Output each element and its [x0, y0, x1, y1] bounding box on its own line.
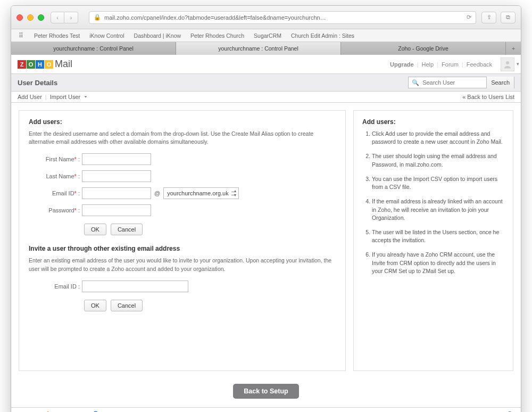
- invite-email-label: Email ID :: [29, 283, 82, 290]
- bookmarks-bar: ⠿ Peter Rhodes Test iKnow Control Dashbo…: [11, 29, 521, 42]
- top-links: Upgrade | Help | Forum | Feedback: [390, 57, 514, 71]
- password-field[interactable]: [82, 204, 151, 216]
- tabs-button[interactable]: ⧉: [501, 12, 516, 23]
- last-name-row: Last Name* :: [29, 170, 336, 182]
- email-row: Email ID* : @ yourchurchname.org.uk ▴▾: [29, 187, 336, 199]
- last-name-label: Last Name* :: [29, 173, 82, 179]
- search-icon: 🔍: [409, 79, 422, 86]
- svg-point-0: [506, 61, 509, 64]
- help-list: Click Add user to provide the email addr…: [372, 130, 504, 275]
- bookmark-item[interactable]: SugarCRM: [254, 32, 281, 39]
- reload-icon[interactable]: ⟳: [467, 14, 471, 21]
- tab-strip: yourchurchname : Control Panel yourchurc…: [11, 42, 521, 55]
- maximize-window-button[interactable]: [38, 14, 44, 21]
- password-row: Password* :: [29, 204, 336, 216]
- dropdown-icon: [84, 95, 87, 98]
- browser-tab[interactable]: yourchurchname : Control Panel: [11, 42, 176, 55]
- forum-link[interactable]: Forum: [442, 61, 459, 68]
- help-panel: Add users: Click Add user to provide the…: [353, 110, 513, 371]
- back-setup-wrap: Back to Setup: [11, 378, 521, 407]
- invite-email-row: Email ID :: [29, 281, 336, 292]
- help-link[interactable]: Help: [422, 61, 434, 68]
- invite-ok-button[interactable]: OK: [84, 300, 106, 311]
- main-area: Add users: Enter the desired username an…: [11, 103, 521, 378]
- help-item: Click Add user to provide the email addr…: [372, 130, 504, 146]
- add-user-link[interactable]: Add User: [18, 94, 42, 100]
- upgrade-link[interactable]: Upgrade: [390, 61, 414, 68]
- last-name-field[interactable]: [82, 170, 151, 182]
- help-item: The user should login using the email ad…: [372, 152, 504, 168]
- invite-buttons: OK Cancel: [84, 300, 336, 311]
- bookmark-item[interactable]: Dashboard | iKnow: [134, 32, 181, 39]
- actions-row: Add User | Import User Back to Users Lis…: [11, 92, 521, 103]
- back-to-users-link[interactable]: Back to Users List: [462, 94, 514, 100]
- chevron-updown-icon: ▴▾: [234, 189, 236, 197]
- browser-window: ‹ › 🔒 mail.zoho.com/cpanel/index.do?tabm…: [11, 5, 521, 412]
- traffic-lights: [16, 14, 44, 21]
- url-text: mail.zoho.com/cpanel/index.do?tabmode=us…: [104, 14, 326, 21]
- help-item: If the email address is already linked w…: [372, 197, 504, 222]
- add-users-heading: Add users:: [29, 118, 336, 126]
- add-users-desc: Enter the desired username and select a …: [29, 130, 336, 146]
- avatar[interactable]: [501, 57, 514, 71]
- share-button[interactable]: ⇪: [481, 12, 496, 23]
- browser-tab[interactable]: Zoho - Google Drive: [341, 42, 506, 55]
- page-title: User Details: [18, 79, 57, 87]
- apps-icon[interactable]: ⠿: [19, 32, 22, 39]
- bookmark-item[interactable]: Peter Rhodes Church: [190, 32, 244, 39]
- first-name-row: First Name* :: [29, 153, 336, 165]
- search-button[interactable]: Search: [486, 77, 514, 88]
- help-heading: Add users:: [362, 118, 504, 126]
- search-input[interactable]: [422, 77, 486, 88]
- chrome-right-controls: ⇪ ⧉: [481, 12, 516, 23]
- back-button[interactable]: ‹: [51, 12, 64, 23]
- address-bar[interactable]: 🔒 mail.zoho.com/cpanel/index.do?tabmode=…: [89, 11, 476, 24]
- cancel-button[interactable]: Cancel: [111, 224, 143, 235]
- nav-buttons: ‹ ›: [51, 12, 78, 23]
- browser-chrome: ‹ › 🔒 mail.zoho.com/cpanel/index.do?tabm…: [11, 6, 521, 29]
- form-panel: Add users: Enter the desired username an…: [19, 110, 346, 371]
- domain-select[interactable]: yourchurchname.org.uk ▴▾: [163, 187, 239, 199]
- page-header: User Details 🔍 Search: [11, 74, 521, 92]
- status-bar: « 👁 🔔 ☁ 👥 👤 🔍: [11, 407, 521, 412]
- email-label: Email ID* :: [29, 190, 82, 196]
- minimize-window-button[interactable]: [27, 14, 34, 21]
- browser-tab-active[interactable]: yourchurchname : Control Panel: [176, 42, 341, 55]
- add-user-buttons: OK Cancel: [84, 224, 336, 235]
- help-item: The user will be listed in the Users sec…: [372, 228, 504, 244]
- password-label: Password* :: [29, 207, 82, 213]
- at-sign: @: [154, 190, 160, 196]
- bookmark-item[interactable]: iKnow Control: [89, 32, 124, 39]
- new-tab-button[interactable]: +: [506, 42, 521, 55]
- first-name-label: First Name* :: [29, 156, 82, 162]
- email-field[interactable]: [82, 187, 151, 199]
- user-icon: [503, 60, 512, 69]
- forward-button[interactable]: ›: [64, 12, 78, 23]
- invite-heading: Invite a user through other existing ema…: [29, 245, 336, 252]
- help-item: If you already have a Zoho CRM account, …: [372, 251, 504, 275]
- feedback-link[interactable]: Feedback: [467, 61, 492, 68]
- invite-desc: Enter an existing email address of the u…: [29, 257, 336, 273]
- first-name-field[interactable]: [82, 153, 151, 165]
- bookmark-item[interactable]: Church Edit Admin : Sites: [291, 32, 354, 39]
- lock-icon: 🔒: [94, 14, 101, 21]
- bookmark-item[interactable]: Peter Rhodes Test: [34, 32, 80, 39]
- invite-cancel-button[interactable]: Cancel: [111, 300, 143, 311]
- help-item: You can use the Import CSV option to imp…: [372, 175, 504, 191]
- zoho-logo[interactable]: ZOHO Mail: [18, 59, 72, 70]
- search-user-box: 🔍 Search: [408, 77, 514, 88]
- back-to-setup-button[interactable]: Back to Setup: [233, 384, 298, 399]
- invite-email-field[interactable]: [82, 281, 188, 292]
- import-user-link[interactable]: Import User: [50, 94, 87, 100]
- app-header: ZOHO Mail Upgrade | Help | Forum | Feedb…: [11, 55, 521, 74]
- ok-button[interactable]: OK: [84, 224, 106, 235]
- close-window-button[interactable]: [16, 14, 23, 21]
